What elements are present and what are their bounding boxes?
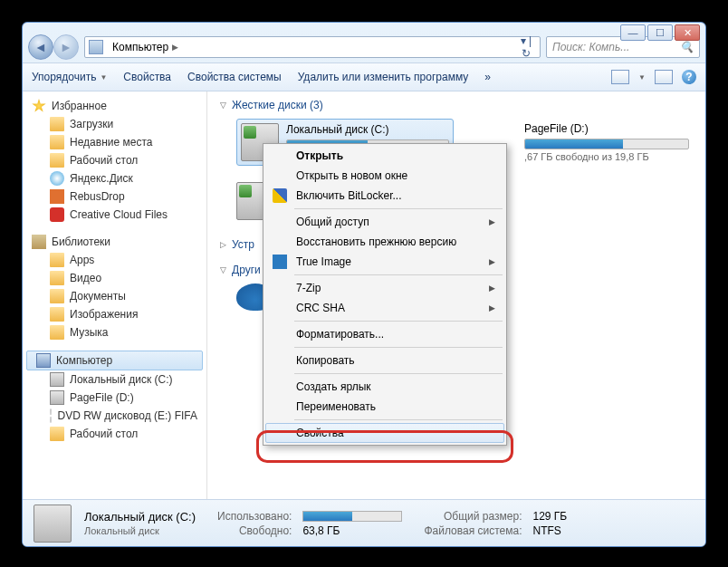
status-drive-name: Локальный диск (C:) bbox=[84, 510, 196, 524]
favorites-group[interactable]: Избранное bbox=[23, 97, 206, 115]
ctx-rename[interactable]: Переименовать bbox=[265, 397, 504, 417]
drive-d-free: ,67 ГБ свободно из 19,8 ГБ bbox=[524, 151, 689, 162]
ctx-copy[interactable]: Копировать bbox=[265, 351, 504, 370]
ctx-open[interactable]: Открыть bbox=[265, 146, 504, 166]
ctx-open-new-window[interactable]: Открыть в новом окне bbox=[265, 166, 504, 186]
true-image-icon bbox=[273, 255, 287, 269]
hard-disks-header[interactable]: ▽Жесткие диски (3) bbox=[220, 99, 693, 111]
navigation-bar: ◄ ► Компьютер ▶ ▾ | ↻ Поиск: Компь... 🔍 bbox=[23, 32, 705, 62]
dvd-icon bbox=[50, 408, 52, 423]
ctx-share[interactable]: Общий доступ▶ bbox=[265, 212, 504, 232]
library-icon bbox=[32, 235, 46, 249]
status-usage-bar bbox=[302, 511, 402, 522]
window-controls: — ☐ ✕ bbox=[620, 24, 700, 41]
status-fs-value: NTFS bbox=[532, 524, 567, 537]
creative-cloud-icon bbox=[50, 207, 64, 222]
ctx-bitlocker[interactable]: Включить BitLocker... bbox=[265, 186, 504, 206]
refresh-button-group[interactable]: ▾ | ↻ bbox=[516, 34, 536, 60]
status-drive-type: Локальный диск bbox=[84, 525, 196, 536]
folder-icon bbox=[50, 271, 64, 285]
rebusdrop-icon bbox=[50, 189, 64, 204]
back-button[interactable]: ◄ bbox=[28, 34, 53, 60]
sidebar-item-computer[interactable]: Компьютер bbox=[26, 351, 203, 370]
close-button[interactable]: ✕ bbox=[675, 24, 700, 41]
system-properties-button[interactable]: Свойства системы bbox=[187, 71, 282, 83]
sidebar-item-music[interactable]: Музыка bbox=[23, 323, 206, 341]
folder-icon bbox=[50, 117, 64, 131]
sidebar-item-desktop2[interactable]: Рабочий стол bbox=[23, 425, 206, 443]
breadcrumb-label: Компьютер bbox=[112, 41, 168, 53]
folder-icon bbox=[50, 135, 64, 149]
sidebar-item-downloads[interactable]: Загрузки bbox=[23, 115, 206, 133]
maximize-button[interactable]: ☐ bbox=[647, 24, 673, 41]
view-options-icon[interactable] bbox=[611, 70, 629, 84]
ctx-format[interactable]: Форматировать... bbox=[265, 324, 504, 344]
status-total-value: 129 ГБ bbox=[532, 510, 567, 523]
drive-icon bbox=[50, 390, 64, 405]
yandex-icon bbox=[50, 171, 64, 186]
sidebar-item-rebusdrop[interactable]: RebusDrop bbox=[23, 187, 206, 206]
more-button[interactable]: » bbox=[484, 71, 491, 83]
sidebar-item-yandex[interactable]: Яндекс.Диск bbox=[23, 169, 206, 187]
folder-icon bbox=[50, 289, 64, 303]
sidebar-item-drive-d[interactable]: PageFile (D:) bbox=[23, 389, 206, 407]
drive-c-label: Локальный диск (C:) bbox=[286, 123, 449, 136]
drive-icon bbox=[34, 505, 72, 543]
ctx-create-shortcut[interactable]: Создать ярлык bbox=[265, 377, 504, 397]
breadcrumb-computer[interactable]: Компьютер ▶ bbox=[109, 39, 182, 55]
navigation-pane: Избранное Загрузки Недавние места Рабочи… bbox=[23, 91, 207, 499]
organize-menu[interactable]: Упорядочить▼ bbox=[32, 71, 107, 83]
search-placeholder: Поиск: Компь... bbox=[552, 41, 629, 53]
ctx-properties[interactable]: Свойства bbox=[265, 423, 504, 443]
properties-button[interactable]: Свойства bbox=[123, 71, 171, 83]
uninstall-button[interactable]: Удалить или изменить программу bbox=[298, 71, 469, 83]
shield-icon bbox=[273, 188, 287, 203]
status-free-label: Свободно: bbox=[217, 524, 292, 537]
forward-button[interactable]: ► bbox=[53, 34, 79, 60]
folder-icon bbox=[50, 427, 64, 441]
context-menu: Открыть Открыть в новом окне Включить Bi… bbox=[263, 143, 507, 446]
status-total-label: Общий размер: bbox=[424, 510, 522, 523]
ctx-true-image[interactable]: True Image▶ bbox=[265, 252, 504, 272]
sidebar-item-pictures[interactable]: Изображения bbox=[23, 305, 206, 323]
drive-d-label: PageFile (D:) bbox=[524, 122, 689, 135]
computer-icon bbox=[36, 353, 51, 368]
computer-icon bbox=[89, 40, 103, 54]
folder-icon bbox=[50, 153, 64, 168]
status-bar: Локальный диск (C:) Локальный диск Испол… bbox=[23, 499, 705, 546]
status-used-label: Использовано: bbox=[217, 510, 292, 523]
ctx-7zip[interactable]: 7-Zip▶ bbox=[265, 278, 504, 298]
status-fs-label: Файловая система: bbox=[424, 524, 522, 537]
help-icon[interactable]: ? bbox=[682, 70, 696, 84]
sidebar-item-video[interactable]: Видео bbox=[23, 269, 206, 287]
sidebar-item-recent[interactable]: Недавние места bbox=[23, 133, 206, 151]
preview-pane-icon[interactable] bbox=[655, 70, 673, 84]
libraries-group[interactable]: Библиотеки bbox=[23, 233, 206, 251]
chevron-right-icon: ▶ bbox=[172, 43, 178, 52]
ctx-restore[interactable]: Восстановить прежнюю версию bbox=[265, 232, 504, 252]
search-icon: 🔍 bbox=[680, 41, 694, 53]
address-bar[interactable]: Компьютер ▶ ▾ | ↻ bbox=[84, 36, 541, 58]
drive-icon bbox=[50, 372, 64, 387]
ctx-crc-sha[interactable]: CRC SHA▶ bbox=[265, 298, 504, 318]
star-icon bbox=[32, 99, 46, 113]
sidebar-item-desktop[interactable]: Рабочий стол bbox=[23, 151, 206, 169]
folder-icon bbox=[50, 253, 64, 267]
drive-d[interactable]: PageFile (D:) ,67 ГБ свободно из 19,8 ГБ bbox=[475, 119, 693, 166]
chevron-down-icon[interactable]: ▼ bbox=[638, 73, 646, 82]
status-free-value: 63,8 ГБ bbox=[302, 524, 402, 537]
drive-d-usage-bar bbox=[524, 139, 689, 149]
sidebar-item-creative-cloud[interactable]: Creative Cloud Files bbox=[23, 206, 206, 224]
folder-icon bbox=[50, 307, 64, 322]
sidebar-item-dvd[interactable]: DVD RW дисковод (E:) FIFA bbox=[23, 407, 206, 425]
folder-icon bbox=[50, 325, 64, 340]
sidebar-item-drive-c[interactable]: Локальный диск (C:) bbox=[23, 370, 206, 389]
sidebar-item-documents[interactable]: Документы bbox=[23, 287, 206, 305]
minimize-button[interactable]: — bbox=[620, 24, 646, 41]
sidebar-item-apps[interactable]: Apps bbox=[23, 251, 206, 269]
toolbar: Упорядочить▼ Свойства Свойства системы У… bbox=[23, 62, 705, 91]
